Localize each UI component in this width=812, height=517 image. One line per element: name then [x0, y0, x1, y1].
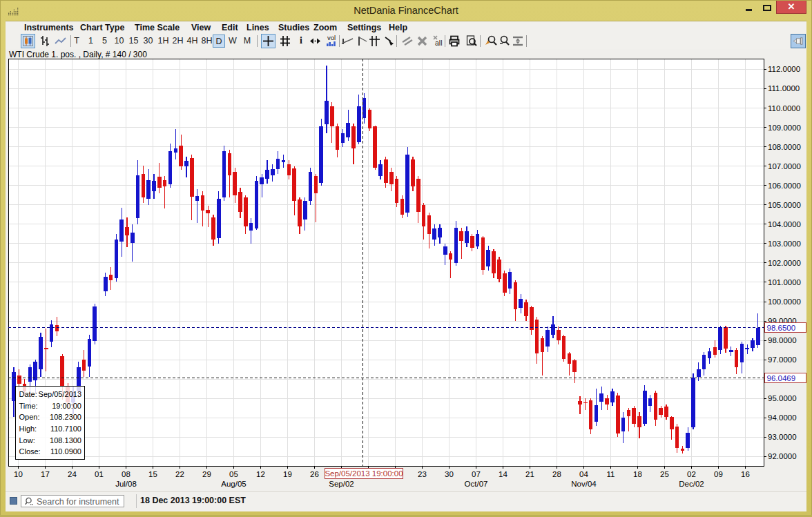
- svg-text:28: 28: [552, 470, 561, 478]
- svg-text:103.0000: 103.0000: [768, 240, 801, 248]
- svg-text:19: 19: [283, 470, 292, 478]
- svg-text:104.0000: 104.0000: [768, 220, 801, 228]
- svg-text:98.0000: 98.0000: [768, 336, 797, 344]
- svg-text:95.0000: 95.0000: [768, 394, 797, 402]
- svg-text:22: 22: [175, 470, 184, 478]
- svg-text:04: 04: [579, 470, 588, 478]
- svg-text:15: 15: [148, 470, 157, 478]
- svg-text:Jul/08: Jul/08: [115, 480, 137, 488]
- svg-text:Sep/02: Sep/02: [329, 480, 354, 488]
- svg-text:100.0000: 100.0000: [768, 297, 801, 306]
- svg-text:108.1300: 108.1300: [50, 436, 81, 445]
- svg-text:110.0000: 110.0000: [768, 104, 800, 113]
- svg-text:Aug/05: Aug/05: [221, 480, 246, 488]
- svg-text:all: all: [435, 39, 443, 47]
- svg-text:Open:: Open:: [19, 413, 40, 421]
- svg-text:23: 23: [418, 470, 427, 478]
- svg-text:02: 02: [687, 470, 696, 478]
- svg-text:108.2300: 108.2300: [50, 413, 81, 421]
- svg-text:106.0000: 106.0000: [768, 182, 801, 190]
- svg-text:24: 24: [68, 470, 77, 478]
- svg-text:Time:: Time:: [19, 402, 38, 410]
- svg-text:21: 21: [525, 470, 534, 478]
- svg-text:08: 08: [122, 470, 130, 478]
- svg-text:09: 09: [714, 470, 723, 478]
- svg-text:12: 12: [256, 470, 265, 478]
- svg-text:Sep/05/2013 19:00:00: Sep/05/2013 19:00:00: [325, 469, 403, 478]
- svg-text:Low:: Low:: [19, 436, 35, 445]
- svg-text:102.0000: 102.0000: [768, 259, 801, 267]
- svg-text:07: 07: [472, 470, 481, 478]
- svg-text:109.0000: 109.0000: [768, 124, 801, 132]
- svg-text:16: 16: [741, 470, 750, 478]
- svg-text:Dec/02: Dec/02: [679, 480, 704, 488]
- svg-text:01: 01: [95, 470, 104, 478]
- svg-text:98.6500: 98.6500: [767, 324, 796, 332]
- svg-text:WTI Crude 1. pos. , Daily, # 1: WTI Crude 1. pos. , Daily, # 140 / 300: [9, 50, 147, 59]
- svg-text:111.0000: 111.0000: [768, 84, 800, 92]
- svg-text:93.0000: 93.0000: [768, 433, 797, 441]
- svg-text:18: 18: [633, 470, 642, 478]
- svg-text:10: 10: [14, 470, 23, 478]
- svg-text:107.0000: 107.0000: [768, 162, 801, 170]
- svg-text:97.0000: 97.0000: [768, 355, 797, 364]
- svg-text:vol: vol: [327, 34, 336, 41]
- svg-text:92.0000: 92.0000: [768, 452, 797, 460]
- svg-text:Oct/07: Oct/07: [465, 480, 488, 488]
- svg-text:110.7100: 110.7100: [50, 425, 81, 433]
- svg-text:25: 25: [660, 470, 669, 478]
- svg-text:Close:: Close:: [19, 447, 41, 456]
- svg-text:105.0000: 105.0000: [768, 201, 801, 209]
- svg-text:30: 30: [445, 470, 454, 478]
- svg-text:110.0900: 110.0900: [50, 447, 81, 456]
- svg-text:05: 05: [229, 470, 238, 478]
- svg-text:26: 26: [310, 470, 319, 478]
- svg-text:96.0469: 96.0469: [767, 374, 796, 382]
- svg-text:108.0000: 108.0000: [768, 143, 801, 151]
- svg-text:Sep/05/2013: Sep/05/2013: [39, 390, 81, 398]
- svg-text:High:: High:: [19, 425, 37, 433]
- svg-text:Date:: Date:: [19, 390, 37, 398]
- svg-text:17: 17: [41, 470, 50, 478]
- svg-text:112.0000: 112.0000: [768, 65, 800, 73]
- svg-text:29: 29: [202, 470, 211, 478]
- svg-text:14: 14: [499, 470, 508, 478]
- svg-text:Nov/04: Nov/04: [571, 480, 597, 488]
- svg-text:19:00:00: 19:00:00: [52, 402, 81, 410]
- svg-text:101.0000: 101.0000: [768, 278, 801, 286]
- svg-text:11: 11: [607, 470, 615, 478]
- svg-text:94.0000: 94.0000: [768, 413, 797, 422]
